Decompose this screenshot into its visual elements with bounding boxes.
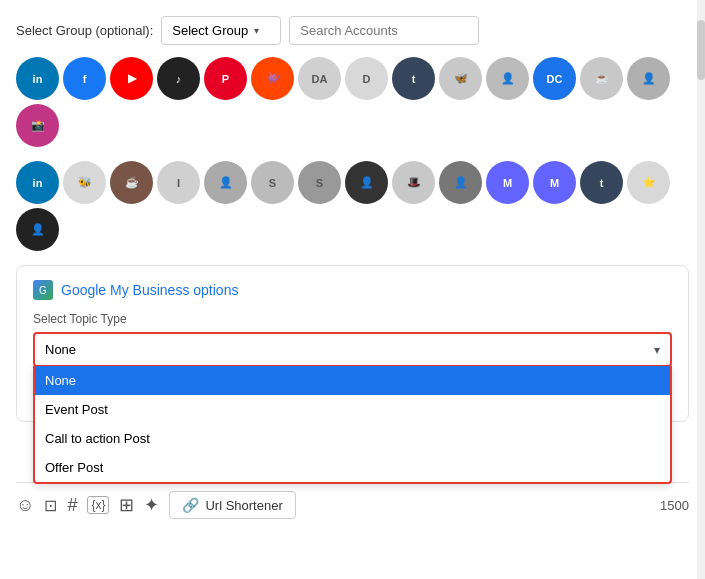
account-avatar[interactable]: 👤 xyxy=(204,161,247,204)
topic-value: None xyxy=(45,342,654,357)
card-title: Google My Business options xyxy=(61,282,238,298)
account-avatar[interactable]: 👾 xyxy=(251,57,294,100)
account-avatar[interactable]: in xyxy=(16,161,59,204)
hash-icon[interactable]: # xyxy=(67,495,77,516)
topic-select[interactable]: None ▾ xyxy=(35,334,670,365)
accounts-grid: inf▶♪P👾DADt🦋👤DC☕👤📸 xyxy=(16,57,689,147)
card-header: G Google My Business options xyxy=(33,280,672,300)
dropdown-option[interactable]: Call to action Post xyxy=(35,424,670,453)
dropdown-option[interactable]: None xyxy=(35,366,670,395)
url-shortener-label: Url Shortener xyxy=(205,498,282,513)
account-avatar[interactable]: DC xyxy=(533,57,576,100)
url-shortener-button[interactable]: 🔗 Url Shortener xyxy=(169,491,295,519)
account-avatar[interactable]: 👤 xyxy=(16,208,59,251)
main-container: Select Group (optional): Select Group ▾ … xyxy=(0,0,705,579)
account-avatar[interactable]: ♪ xyxy=(157,57,200,100)
account-avatar[interactable]: M xyxy=(486,161,529,204)
account-avatar[interactable]: ▶ xyxy=(110,57,153,100)
char-count: 1500 xyxy=(660,498,689,513)
image-icon[interactable]: ⊡ xyxy=(44,496,57,515)
scrollbar[interactable] xyxy=(697,0,705,579)
account-avatar[interactable]: 🎩 xyxy=(392,161,435,204)
account-avatar[interactable]: D xyxy=(345,57,388,100)
search-input[interactable] xyxy=(289,16,479,45)
emoji-icon[interactable]: ☺ xyxy=(16,495,34,516)
account-avatar[interactable]: 👤 xyxy=(439,161,482,204)
variable-icon[interactable]: {x} xyxy=(87,496,109,514)
chevron-down-icon: ▾ xyxy=(254,25,259,36)
account-avatar[interactable]: t xyxy=(580,161,623,204)
account-avatar[interactable]: ☕ xyxy=(110,161,153,204)
select-group-dropdown[interactable]: Select Group ▾ xyxy=(161,16,281,45)
account-avatar[interactable]: 🐝 xyxy=(63,161,106,204)
dropdown-list: NoneEvent PostCall to action PostOffer P… xyxy=(33,366,672,484)
account-avatar[interactable]: ☕ xyxy=(580,57,623,100)
account-avatar[interactable]: M xyxy=(533,161,576,204)
account-avatar[interactable]: t xyxy=(392,57,435,100)
bottom-toolbar: ☺ ⊡ # {x} ⊞ ✦ 🔗 Url Shortener 1500 xyxy=(16,482,689,519)
account-avatar[interactable]: S xyxy=(298,161,341,204)
select-topic-label: Select Topic Type xyxy=(33,312,672,326)
select-group-label: Select Group (optional): xyxy=(16,23,153,38)
account-avatar[interactable]: 👤 xyxy=(486,57,529,100)
account-avatar[interactable]: 👤 xyxy=(345,161,388,204)
magic-icon[interactable]: ✦ xyxy=(144,494,159,516)
topic-dropdown-container[interactable]: None ▾ NoneEvent PostCall to action Post… xyxy=(33,332,672,367)
scrollbar-thumb[interactable] xyxy=(697,20,705,80)
account-avatar[interactable]: I xyxy=(157,161,200,204)
gmb-card: G Google My Business options Select Topi… xyxy=(16,265,689,422)
account-avatar[interactable]: in xyxy=(16,57,59,100)
top-bar: Select Group (optional): Select Group ▾ xyxy=(16,16,689,45)
dropdown-option[interactable]: Event Post xyxy=(35,395,670,424)
account-avatar[interactable]: P xyxy=(204,57,247,100)
account-avatar[interactable]: S xyxy=(251,161,294,204)
account-avatar[interactable]: 📸 xyxy=(16,104,59,147)
account-avatar[interactable]: 👤 xyxy=(627,57,670,100)
select-group-value: Select Group xyxy=(172,23,248,38)
account-avatar[interactable]: 🦋 xyxy=(439,57,482,100)
account-avatar[interactable]: ⭐ xyxy=(627,161,670,204)
link-icon: 🔗 xyxy=(182,497,199,513)
dropdown-option[interactable]: Offer Post xyxy=(35,453,670,482)
account-avatar[interactable]: f xyxy=(63,57,106,100)
gmb-icon: G xyxy=(33,280,53,300)
accounts-grid-row2: in🐝☕I👤SS👤🎩👤MMt⭐👤 xyxy=(16,161,689,251)
toolbar-icons: ☺ ⊡ # {x} ⊞ ✦ 🔗 Url Shortener xyxy=(16,491,296,519)
account-avatar[interactable]: DA xyxy=(298,57,341,100)
grid-icon[interactable]: ⊞ xyxy=(119,494,134,516)
chevron-down-icon: ▾ xyxy=(654,343,660,357)
